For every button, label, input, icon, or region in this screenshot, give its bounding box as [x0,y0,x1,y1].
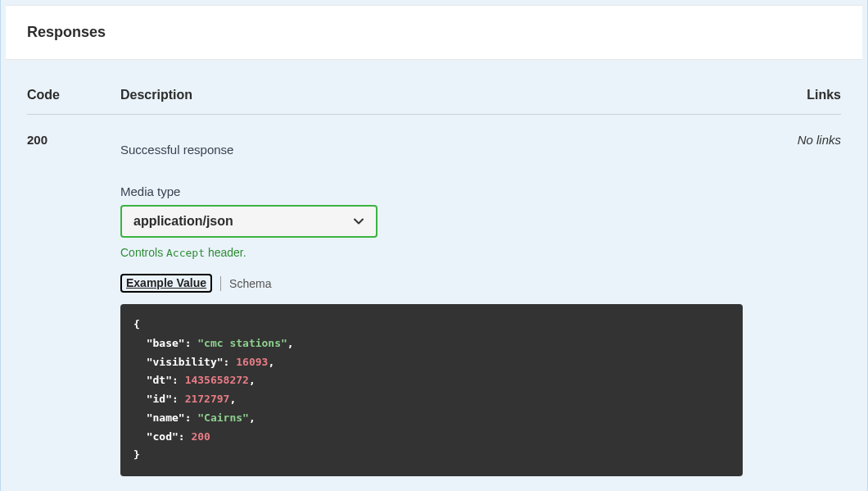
tab-separator [220,276,221,291]
chevron-down-icon [353,216,364,227]
column-header-code: Code [27,88,120,114]
example-schema-tabs: Example Value Schema [120,274,743,293]
hint-code: Accept [166,247,205,259]
accept-header-hint: Controls Accept header. [120,246,743,259]
tab-schema[interactable]: Schema [229,277,271,290]
tab-example-value[interactable]: Example Value [120,274,212,293]
media-type-value: application/json [133,214,353,229]
media-type-label: Media type [120,184,743,198]
response-links: No links [743,133,841,476]
example-value-block[interactable]: { "base": "cmc stations", "visibility": … [120,304,743,476]
column-header-links: Links [743,88,841,114]
media-type-select[interactable]: application/json [120,205,377,238]
responses-body: Code Description Links 200 Successful re… [6,60,862,476]
response-description-cell: Successful response Media type applicati… [120,133,743,476]
responses-panel: Responses Code Description Links 200 Suc… [0,0,868,491]
responses-header: Responses [6,5,862,60]
response-description: Successful response [120,133,743,157]
response-row: 200 Successful response Media type appli… [27,115,841,476]
hint-suffix: header. [205,246,246,259]
column-header-description: Description [120,88,743,114]
responses-title: Responses [27,24,841,41]
responses-column-headers: Code Description Links [27,60,841,115]
response-code: 200 [27,133,120,476]
hint-prefix: Controls [120,246,166,259]
